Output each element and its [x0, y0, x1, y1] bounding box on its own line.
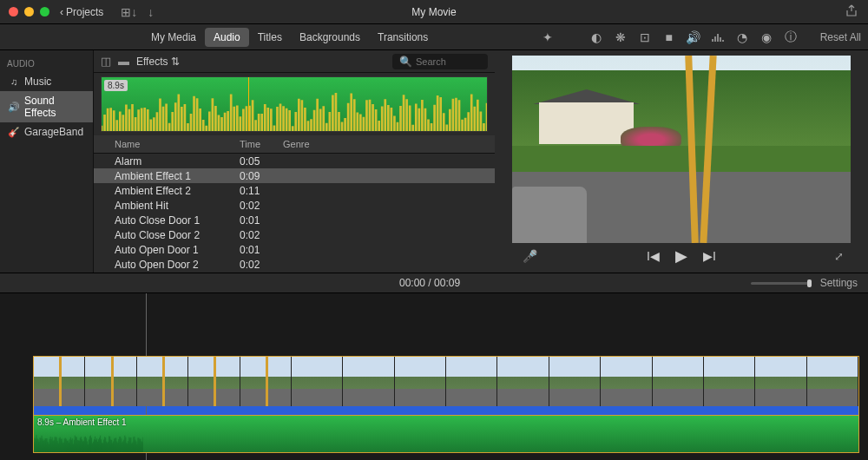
search-input[interactable] [416, 56, 485, 67]
settings-button[interactable]: Settings [820, 277, 858, 289]
reset-all-button[interactable]: Reset All [820, 31, 861, 43]
video-thumb[interactable] [395, 357, 446, 406]
col-name-header[interactable]: Name [94, 135, 233, 153]
timeline[interactable]: 8.9s – Ambient Effect 1 [0, 293, 868, 460]
color-wheel-icon[interactable]: ❋ [614, 30, 628, 44]
chevron-updown-icon: ⇅ [171, 56, 180, 68]
equalizer-icon[interactable] [711, 30, 725, 44]
video-track[interactable] [33, 356, 859, 406]
window-controls [0, 7, 49, 16]
preview-duration-badge: 8.9s [104, 80, 128, 91]
media-tabs: My MediaAudioTitlesBackgroundsTransition… [142, 28, 437, 47]
video-thumb[interactable] [704, 357, 755, 406]
video-thumb[interactable] [755, 357, 806, 406]
waveform-preview[interactable]: 8.9s [101, 76, 488, 132]
fullscreen-window-button[interactable] [40, 7, 49, 16]
speed-icon[interactable]: ◔ [735, 30, 749, 44]
project-title: My Movie [411, 6, 456, 18]
video-thumb[interactable] [653, 357, 704, 406]
media-toolbar: My MediaAudioTitlesBackgroundsTransition… [0, 24, 868, 50]
row-time: 0:02 [233, 255, 276, 273]
video-thumb[interactable] [85, 357, 136, 406]
chevron-left-icon: ‹ [60, 6, 63, 18]
table-row[interactable]: Auto Open Door 20:02 [94, 257, 495, 272]
close-window-button[interactable] [9, 7, 18, 16]
tab-my-media[interactable]: My Media [142, 28, 205, 47]
share-button[interactable] [845, 4, 858, 19]
video-thumb[interactable] [497, 357, 549, 406]
video-thumb[interactable] [601, 357, 652, 406]
stabilize-icon[interactable]: ■ [662, 30, 676, 44]
enhance-wand-icon[interactable]: ✦ [541, 30, 555, 44]
sidebar-item-sound-effects[interactable]: 🔊Sound Effects [0, 91, 93, 122]
tab-titles[interactable]: Titles [249, 28, 291, 47]
preview-playhead[interactable] [248, 77, 249, 131]
waveform-peaks [102, 77, 487, 132]
row-name: Auto Open Door 2 [94, 255, 233, 273]
filters-icon[interactable]: ◉ [760, 30, 773, 44]
tab-backgrounds[interactable]: Backgrounds [291, 28, 369, 47]
zoom-slider[interactable] [751, 282, 812, 285]
fullscreen-icon[interactable]: ⤢ [834, 250, 844, 263]
tab-transitions[interactable]: Transitions [369, 28, 437, 47]
breadcrumb[interactable]: Effects ⇅ [136, 56, 180, 68]
projects-label: Projects [66, 6, 103, 18]
video-thumb[interactable] [807, 357, 858, 406]
sidebar-icon: ♫ [9, 76, 19, 87]
audio-clip[interactable]: 8.9s – Ambient Effect 1 [33, 415, 859, 453]
audio-clip-label: 8.9s – Ambient Effect 1 [37, 417, 127, 427]
audio-waveform [34, 430, 143, 452]
microphone-icon[interactable]: 🎤 [523, 249, 537, 263]
time-total: 00:09 [434, 277, 460, 289]
search-box[interactable]: 🔍 [392, 54, 488, 69]
sidebar-item-music[interactable]: ♫Music [0, 72, 93, 91]
sidebar-toggle-icon[interactable]: ◫ [101, 55, 111, 68]
video-audio-bar[interactable] [33, 406, 859, 415]
crop-icon[interactable]: ⊡ [638, 30, 652, 44]
video-thumb[interactable] [34, 357, 85, 406]
next-frame-button[interactable]: ▶I [703, 249, 716, 263]
volume-icon[interactable]: 🔊 [687, 30, 700, 44]
sidebar-item-label: Music [24, 76, 51, 88]
info-icon[interactable]: ⓘ [784, 30, 798, 44]
col-time-header[interactable]: Time [233, 135, 276, 153]
import-media-button[interactable]: ⊞↓ [121, 5, 137, 19]
minimize-window-button[interactable] [24, 7, 34, 16]
breadcrumb-label: Effects [136, 56, 168, 68]
video-thumb[interactable] [137, 357, 188, 406]
effects-browser: ◫ ▬ Effects ⇅ 🔍 8.9s Name Time Genre Al [94, 50, 495, 273]
play-button[interactable]: ▶ [675, 246, 687, 266]
video-thumb[interactable] [549, 357, 601, 406]
tab-audio[interactable]: Audio [205, 28, 249, 47]
download-arrow-icon[interactable]: ↓ [148, 5, 154, 19]
video-thumb[interactable] [446, 357, 497, 406]
viewer-panel: 🎤 I◀ ▶ ▶I ⤢ [495, 50, 868, 273]
audio-sidebar: Audio ♫Music🔊Sound Effects🎸GarageBand [0, 50, 94, 273]
folder-icon: ▬ [118, 55, 129, 68]
sidebar-item-garageband[interactable]: 🎸GarageBand [0, 122, 93, 141]
time-bar: 00:00 / 00:09 Settings [0, 273, 868, 293]
projects-back-button[interactable]: ‹ Projects [60, 6, 103, 18]
time-display: 00:00 / 00:09 [399, 277, 460, 289]
video-viewer[interactable] [512, 56, 851, 243]
color-balance-icon[interactable]: ◐ [589, 30, 603, 44]
prev-frame-button[interactable]: I◀ [647, 249, 660, 263]
sidebar-item-label: Sound Effects [24, 95, 84, 119]
sidebar-header: Audio [0, 56, 93, 72]
sidebar-icon: 🎸 [9, 127, 19, 137]
video-thumb[interactable] [292, 357, 343, 406]
video-thumb[interactable] [343, 357, 394, 406]
video-thumb[interactable] [188, 357, 240, 406]
video-thumb[interactable] [240, 357, 292, 406]
sidebar-icon: 🔊 [9, 102, 19, 112]
time-current: 00:00 [399, 277, 425, 289]
titlebar: ‹ Projects ⊞↓ ↓ My Movie [0, 0, 868, 24]
col-genre-header[interactable]: Genre [276, 135, 495, 153]
sidebar-item-label: GarageBand [24, 126, 83, 138]
effects-table: Name Time Genre Alarm0:05Ambient Effect … [94, 135, 495, 273]
search-icon: 🔍 [399, 56, 412, 68]
